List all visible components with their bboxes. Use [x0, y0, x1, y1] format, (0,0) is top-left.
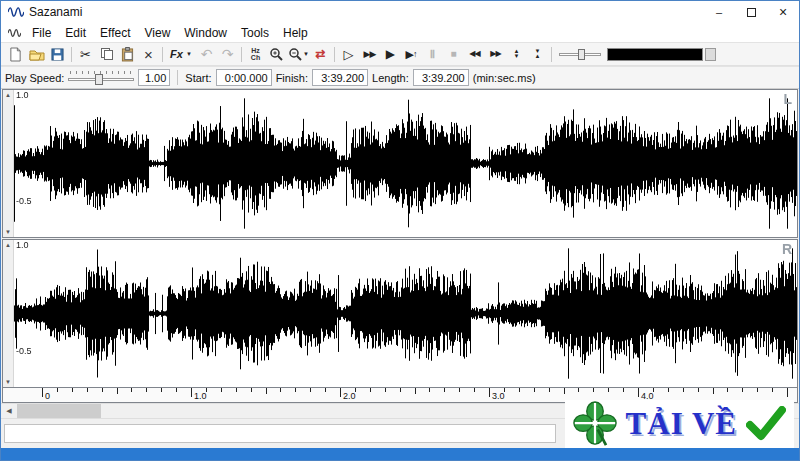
app-window: Sazanami – × File Edit Effect View Windo…: [0, 0, 800, 461]
redo-button[interactable]: ↷: [217, 44, 238, 64]
document-icon[interactable]: [8, 28, 21, 38]
titlebar: Sazanami – ×: [1, 1, 799, 23]
menu-item-edit[interactable]: Edit: [58, 24, 93, 42]
maximize-button[interactable]: [735, 1, 767, 23]
clover-icon: [573, 401, 617, 447]
paste-button[interactable]: [117, 44, 138, 64]
zoom-out-icon: [288, 47, 303, 62]
zoom-out-button[interactable]: ▼: [287, 44, 310, 64]
sample-rate-channels-button[interactable]: HzCh: [245, 44, 266, 64]
ruler-tick: [564, 388, 565, 394]
cut-button[interactable]: ✂: [75, 44, 96, 64]
toolbar-separator: [177, 70, 178, 85]
ruler-tick-label: 2.0: [343, 391, 356, 401]
minimize-button[interactable]: –: [703, 1, 735, 23]
menu-item-tools[interactable]: Tools: [234, 24, 276, 42]
play-speed-value-field[interactable]: 1.00: [138, 69, 170, 86]
new-file-button[interactable]: [5, 44, 26, 64]
copy-button[interactable]: [96, 44, 117, 64]
shrink-vertical-icon: ▼▲: [534, 49, 540, 59]
up-arrow-icon: ↑: [413, 50, 418, 59]
zoom-in-button[interactable]: [266, 44, 287, 64]
amplitude-label-top: 1.0: [16, 240, 29, 250]
start-label: Start:: [185, 72, 211, 84]
play-selection-button[interactable]: ▶: [380, 44, 401, 64]
scroll-down-icon[interactable]: ▼: [5, 227, 11, 237]
scrollbar-thumb[interactable]: [17, 404, 101, 418]
scroll-down-icon[interactable]: ▼: [5, 377, 11, 387]
toolbar-separator: [71, 47, 72, 62]
time-unit-label: (min:sec.ms): [473, 72, 536, 84]
waveform-canvas-left[interactable]: [14, 90, 797, 237]
ruler-tick: [146, 388, 147, 392]
volume-slider[interactable]: [559, 48, 601, 61]
ruler-tick: [251, 388, 252, 392]
app-icon: [8, 6, 24, 18]
left-channel-vscrollbar[interactable]: ▲ ▼: [3, 90, 14, 237]
watermark-text: TẢI VỀ: [626, 406, 737, 442]
play-button[interactable]: ▷: [338, 44, 359, 64]
toolbar-separator: [551, 47, 552, 62]
ruler-tick: [266, 388, 267, 394]
transport-toolbar: Play Speed: 1.00 Start: 0:00.000 Finish:…: [1, 66, 799, 89]
zoom-in-icon: [269, 47, 284, 62]
skip-to-end-button[interactable]: ▶▶: [485, 44, 506, 64]
save-file-button[interactable]: [47, 44, 68, 64]
ruler-tick: [370, 388, 371, 392]
slider-thumb[interactable]: [95, 74, 103, 85]
zoom-out-vertical-button[interactable]: ▼▲: [527, 44, 548, 64]
ruler-tick: [415, 388, 416, 394]
play-all-button[interactable]: ▶▶: [359, 44, 380, 64]
level-meter: [607, 48, 703, 61]
copy-icon: [100, 47, 114, 61]
ruler-tick: [757, 388, 758, 392]
right-channel-panel: ▲ ▼ 1.0 -0.5 R: [2, 239, 798, 388]
undo-button[interactable]: ↶: [196, 44, 217, 64]
toolbar-separator: [162, 47, 163, 62]
chevron-down-icon: ▼: [186, 51, 192, 57]
ruler-tick: [593, 388, 594, 392]
window-bottom-border: [1, 448, 799, 460]
ruler-tick: [72, 388, 73, 392]
menubar: File Edit Effect View Window Tools Help: [1, 23, 799, 42]
ruler-tick: [683, 388, 684, 392]
finish-time-field[interactable]: 3:39.200: [312, 69, 368, 86]
close-button[interactable]: ×: [767, 1, 799, 23]
open-file-button[interactable]: [26, 44, 47, 64]
ruler-tick: [429, 388, 430, 392]
start-time-field[interactable]: 0:00.000: [216, 69, 272, 86]
meter-options-button[interactable]: [705, 48, 716, 61]
stop-button[interactable]: ■: [443, 44, 464, 64]
skip-to-start-button[interactable]: ◀◀: [464, 44, 485, 64]
menu-item-help[interactable]: Help: [276, 24, 315, 42]
ruler-tick: [280, 388, 281, 392]
right-channel-vscrollbar[interactable]: ▲ ▼: [3, 240, 14, 387]
ruler-tick: [489, 388, 490, 397]
waveform-canvas-right[interactable]: [14, 240, 797, 387]
menu-item-view[interactable]: View: [138, 24, 178, 42]
delete-button[interactable]: ×: [138, 44, 159, 64]
effects-label: Fx: [170, 49, 183, 60]
scroll-up-icon[interactable]: ▲: [5, 90, 11, 100]
scroll-up-icon[interactable]: ▲: [5, 240, 11, 250]
ruler-tick: [310, 388, 311, 392]
zoom-in-vertical-button[interactable]: ▲▼: [506, 44, 527, 64]
ruler-tick: [727, 388, 728, 392]
scroll-left-button[interactable]: ◀: [1, 404, 17, 418]
pause-button[interactable]: Ⅱ: [422, 44, 443, 64]
play-speed-slider[interactable]: [68, 70, 134, 85]
ruler-tick-label: 1.0: [194, 391, 207, 401]
chevron-down-icon: ▼: [303, 51, 309, 57]
play-from-cursor-button[interactable]: ▶↑: [401, 44, 422, 64]
ruler-tick: [638, 388, 639, 397]
menu-item-window[interactable]: Window: [177, 24, 234, 42]
zoom-to-selection-button[interactable]: ⇄: [310, 44, 331, 64]
status-field: [4, 424, 556, 443]
expand-vertical-icon: ▲▼: [513, 49, 519, 59]
slider-thumb[interactable]: [578, 49, 585, 60]
finish-label: Finish:: [276, 72, 308, 84]
menu-item-file[interactable]: File: [25, 24, 58, 42]
effects-dropdown[interactable]: Fx ▼: [166, 44, 196, 64]
menu-item-effect[interactable]: Effect: [93, 24, 137, 42]
length-time-field[interactable]: 3:39.200: [413, 69, 469, 86]
